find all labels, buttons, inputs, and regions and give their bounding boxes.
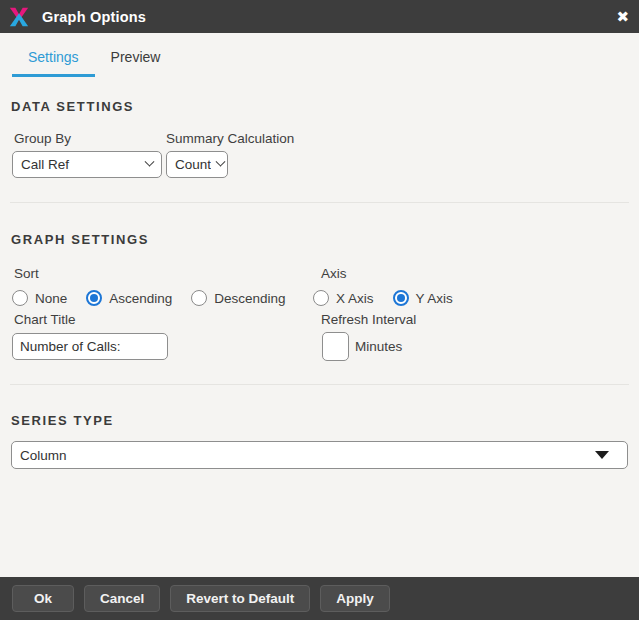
data-settings-heading: DATA SETTINGS [11,99,134,114]
series-type-value: Column [20,448,595,463]
graph-settings-heading: GRAPH SETTINGS [11,232,149,247]
summary-calculation-label: Summary Calculation [166,131,294,146]
axis-label: Axis [321,266,347,281]
axis-radio-y[interactable]: Y Axis [393,290,453,306]
tab-settings[interactable]: Settings [12,49,95,77]
radio-label: X Axis [336,291,374,306]
app-logo-icon [8,6,30,28]
series-type-select[interactable]: Column [11,441,628,469]
sort-radio-group: None Ascending Descending [12,289,286,307]
radio-circle-checked-icon [393,290,409,306]
ok-button[interactable]: Ok [12,585,74,612]
revert-to-default-button[interactable]: Revert to Default [170,585,310,612]
apply-button[interactable]: Apply [320,585,390,612]
sort-radio-descending[interactable]: Descending [191,290,285,306]
refresh-interval-unit: Minutes [355,339,402,354]
refresh-interval-label: Refresh Interval [321,312,416,327]
section-divider [10,202,629,203]
sort-label: Sort [14,266,39,281]
sort-radio-none[interactable]: None [12,290,67,306]
chevron-down-icon [145,157,155,167]
radio-circle-icon [12,290,28,306]
radio-label: Descending [214,291,285,306]
dialog-title: Graph Options [42,9,146,25]
chart-title-label: Chart Title [14,312,76,327]
tab-bar: Settings Preview [0,33,639,77]
radio-label: Ascending [109,291,172,306]
chevron-down-icon [216,157,226,167]
footer-bar: Ok Cancel Revert to Default Apply [0,577,639,620]
series-type-heading: SERIES TYPE [11,413,114,428]
refresh-interval-input[interactable] [322,332,349,361]
radio-label: Y Axis [416,291,453,306]
dropdown-arrow-icon [595,451,609,459]
axis-radio-x[interactable]: X Axis [313,290,374,306]
radio-circle-checked-icon [86,290,102,306]
group-by-label: Group By [14,131,71,146]
sort-radio-ascending[interactable]: Ascending [86,290,172,306]
group-by-value: Call Ref [21,157,140,172]
tab-preview[interactable]: Preview [95,49,177,77]
axis-radio-group: X Axis Y Axis [313,289,453,307]
graph-options-dialog: Graph Options ✖ Settings Preview DATA SE… [0,0,639,620]
summary-calculation-select[interactable]: Count [166,151,228,178]
group-by-select[interactable]: Call Ref [12,151,162,178]
cancel-button[interactable]: Cancel [84,585,160,612]
summary-calculation-value: Count [175,157,211,172]
radio-circle-icon [313,290,329,306]
radio-label: None [35,291,67,306]
title-bar: Graph Options ✖ [0,0,639,33]
section-divider [10,384,629,385]
close-icon[interactable]: ✖ [616,0,629,33]
radio-circle-icon [191,290,207,306]
chart-title-input[interactable] [12,333,168,360]
